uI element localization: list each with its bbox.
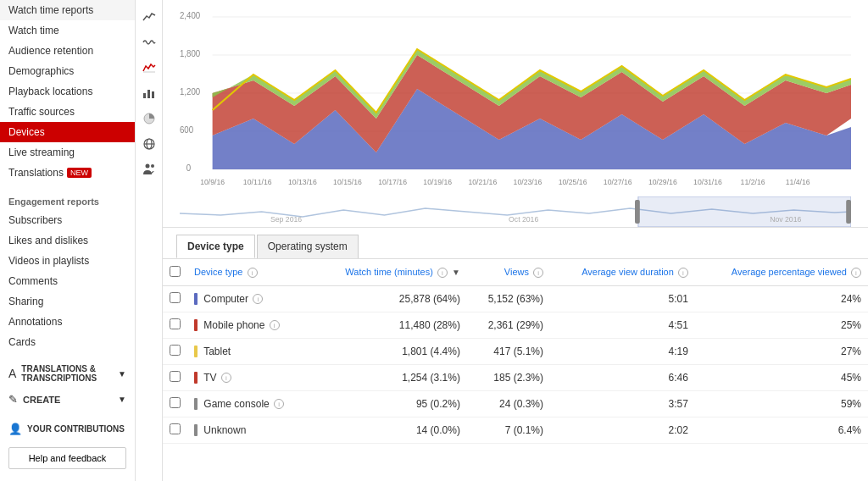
chevron-down-icon: ▼ <box>118 369 126 379</box>
color-indicator <box>194 293 198 305</box>
row-info-icon[interactable]: i <box>270 320 280 330</box>
sidebar-item-annotations[interactable]: Annotations <box>0 312 135 332</box>
people-icon[interactable] <box>137 159 161 180</box>
svg-point-9 <box>151 164 154 168</box>
row-checkbox[interactable] <box>170 371 181 382</box>
svg-text:Sep 2016: Sep 2016 <box>270 215 302 224</box>
row-device: Computer i <box>187 286 312 312</box>
sidebar-item-audience-retention[interactable]: Audience retention <box>0 41 135 61</box>
device-type-info-icon[interactable]: i <box>248 268 258 278</box>
sidebar-bottom: Help and feedback <box>0 440 135 481</box>
sidebar-item-devices[interactable]: Devices <box>0 122 135 142</box>
svg-text:0: 0 <box>186 163 192 173</box>
device-link[interactable]: Computer <box>203 293 248 305</box>
svg-text:1,800: 1,800 <box>180 49 201 58</box>
svg-text:10/11/16: 10/11/16 <box>243 178 272 186</box>
sidebar-item-subscribers[interactable]: Subscribers <box>0 210 135 230</box>
row-device: Mobile phone i <box>187 312 312 339</box>
svg-text:11/4/16: 11/4/16 <box>786 178 810 186</box>
sidebar-item-comments[interactable]: Comments <box>0 271 135 291</box>
svg-text:2,400: 2,400 <box>180 11 201 20</box>
tab-device-type[interactable]: Device type <box>176 235 255 258</box>
views-info-icon[interactable]: i <box>533 268 543 278</box>
tab-operating-system[interactable]: Operating system <box>257 235 359 258</box>
table-row: Unknown 14 (0.0%) 7 (0.1%) 2:02 6.4% <box>163 417 868 444</box>
row-avg-pct: 45% <box>695 365 868 391</box>
svg-text:10/13/16: 10/13/16 <box>288 178 317 186</box>
row-checkbox[interactable] <box>170 397 181 408</box>
avg-duration-info-icon[interactable]: i <box>678 268 688 278</box>
watch-time-info-icon[interactable]: i <box>437 268 448 278</box>
row-checkbox[interactable] <box>170 318 181 329</box>
avg-pct-info-icon[interactable]: i <box>851 268 861 278</box>
sidebar-item-translations[interactable]: Translations NEW <box>0 163 135 183</box>
svg-rect-2 <box>147 90 150 98</box>
row-info-icon[interactable]: i <box>274 399 284 409</box>
row-avg-duration: 4:19 <box>550 339 695 365</box>
row-avg-pct: 25% <box>695 312 868 339</box>
contributions-label: YOUR CONTRIBUTIONS <box>27 424 125 434</box>
translations-label: TRANSLATIONS & TRANSCRIPTIONS <box>21 364 118 383</box>
help-feedback-button[interactable]: Help and feedback <box>8 447 126 469</box>
minimap-svg: Sep 2016 Oct 2016 Nov 2016 <box>180 196 851 227</box>
table-row: TV i 1,254 (3.1%) 185 (2.3%) 6:46 45% <box>163 365 868 391</box>
row-checkbox[interactable] <box>170 423 181 434</box>
device-link[interactable]: Tablet <box>203 346 231 357</box>
table-row: Tablet 1,801 (4.4%) 417 (5.1%) 4:19 27% <box>163 339 868 365</box>
pie-chart-icon[interactable] <box>137 108 161 129</box>
wave-chart-icon[interactable] <box>137 32 161 53</box>
color-indicator <box>194 398 198 410</box>
svg-text:10/17/16: 10/17/16 <box>378 178 407 186</box>
device-link[interactable]: TV <box>203 372 216 384</box>
select-all-checkbox[interactable] <box>170 266 181 277</box>
sidebar-item-live-streaming[interactable]: Live streaming <box>0 142 135 163</box>
row-checkbox-cell <box>163 286 187 312</box>
row-info-icon[interactable]: i <box>253 294 263 304</box>
row-checkbox-cell <box>163 312 187 339</box>
sidebar-item-watch-time-reports[interactable]: Watch time reports <box>0 0 135 20</box>
row-checkbox[interactable] <box>170 292 181 303</box>
sidebar-item-traffic-sources[interactable]: Traffic sources <box>0 102 135 122</box>
device-link[interactable]: Game console <box>203 398 269 410</box>
header-checkbox-cell <box>163 259 187 286</box>
sidebar-item-videos-playlists[interactable]: Videos in playlists <box>0 251 135 271</box>
globe-icon[interactable] <box>137 134 161 154</box>
data-table: Device type i Watch time (minutes) i ▼ V… <box>163 259 868 481</box>
row-device: Unknown <box>187 417 312 444</box>
new-badge: NEW <box>67 168 92 178</box>
svg-text:1,200: 1,200 <box>180 87 201 97</box>
tab-bar: Device type Operating system <box>163 228 868 259</box>
bar-chart-icon[interactable] <box>137 83 161 103</box>
svg-text:10/31/16: 10/31/16 <box>693 178 722 186</box>
svg-rect-38 <box>635 200 640 224</box>
icon-rail <box>136 0 163 481</box>
line-chart-icon[interactable] <box>137 7 161 27</box>
row-avg-duration: 3:57 <box>550 391 695 417</box>
sidebar-item-playback-locations[interactable]: Playback locations <box>0 81 135 102</box>
sidebar-item-likes-dislikes[interactable]: Likes and dislikes <box>0 230 135 251</box>
device-link[interactable]: Unknown <box>203 424 246 436</box>
sidebar-item-cards[interactable]: Cards <box>0 332 135 352</box>
sidebar-item-sharing[interactable]: Sharing <box>0 291 135 312</box>
row-device: TV i <box>187 365 312 391</box>
row-checkbox-cell <box>163 365 187 391</box>
sidebar-item-demographics[interactable]: Demographics <box>0 61 135 81</box>
row-checkbox[interactable] <box>170 345 181 356</box>
sidebar-item-watch-time[interactable]: Watch time <box>0 20 135 41</box>
contributions-section[interactable]: 👤 YOUR CONTRIBUTIONS <box>0 417 135 440</box>
create-icon: ✎ <box>8 393 18 406</box>
svg-text:Nov 2016: Nov 2016 <box>770 215 801 224</box>
row-avg-duration: 5:01 <box>550 286 695 312</box>
row-views: 417 (5.1%) <box>467 339 550 365</box>
sort-icon[interactable]: ▼ <box>452 268 460 277</box>
svg-text:10/25/16: 10/25/16 <box>559 178 587 186</box>
create-section[interactable]: ✎ CREATE ▼ <box>0 388 135 411</box>
header-watch-time: Watch time (minutes) i ▼ <box>312 259 467 286</box>
translations-transcriptions-section[interactable]: A TRANSLATIONS & TRANSCRIPTIONS ▼ <box>0 359 135 388</box>
device-link[interactable]: Mobile phone <box>203 319 264 331</box>
svg-text:10/21/16: 10/21/16 <box>468 178 497 186</box>
svg-text:Oct 2016: Oct 2016 <box>509 215 538 224</box>
area-chart-icon[interactable] <box>137 58 161 78</box>
row-info-icon[interactable]: i <box>221 373 231 383</box>
row-views: 5,152 (63%) <box>467 286 550 312</box>
